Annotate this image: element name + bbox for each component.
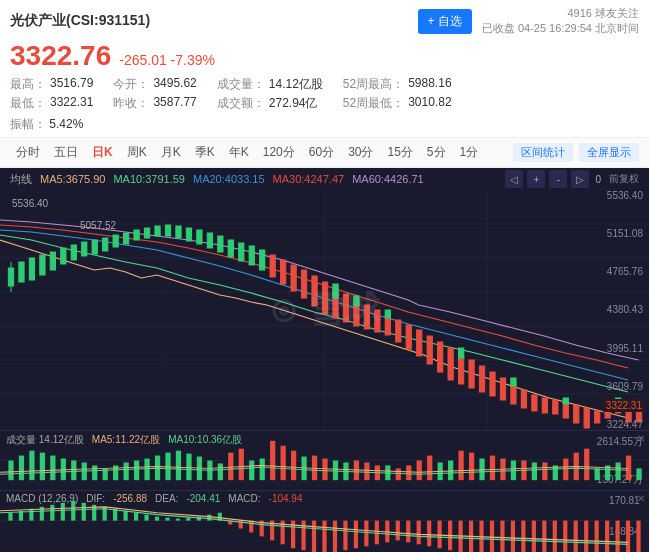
svg-rect-176	[343, 521, 347, 551]
svg-rect-83	[29, 451, 34, 481]
tab-week-k[interactable]: 周K	[121, 142, 153, 163]
tab-120min[interactable]: 120分	[257, 142, 301, 163]
nav-zoom-in-btn[interactable]: +	[527, 170, 545, 188]
svg-rect-140	[584, 449, 589, 480]
week52-high-value: 5988.16	[408, 76, 451, 93]
svg-rect-58	[500, 378, 505, 400]
tab-5min[interactable]: 5分	[421, 142, 452, 163]
tab-30min[interactable]: 30分	[342, 142, 379, 163]
svg-rect-102	[249, 461, 254, 481]
main-price: 3322.76	[10, 40, 111, 72]
market-time: 已收盘 04-25 16:29:54 北京时间	[482, 21, 639, 36]
svg-rect-130	[417, 461, 422, 481]
svg-rect-132	[458, 451, 463, 481]
price-change: -265.01 -7.39%	[119, 52, 215, 68]
tab-15min[interactable]: 15分	[381, 142, 418, 163]
nav-zoom-out-btn[interactable]: -	[549, 170, 567, 188]
svg-rect-12	[19, 262, 24, 282]
svg-rect-75	[458, 348, 463, 358]
ma-label: 均线	[10, 172, 32, 187]
svg-rect-36	[270, 255, 275, 277]
ma60-value: MA60:4426.71	[352, 173, 424, 185]
svg-rect-87	[71, 461, 76, 481]
volume-value: 14.12亿股	[269, 76, 323, 93]
svg-rect-73	[354, 296, 359, 306]
svg-rect-50	[417, 330, 422, 356]
nav-prev-btn[interactable]: ◁	[505, 170, 523, 188]
svg-rect-93	[134, 461, 139, 481]
svg-rect-109	[448, 461, 453, 481]
svg-rect-148	[50, 505, 54, 521]
svg-rect-38	[291, 265, 296, 291]
svg-rect-45	[364, 305, 369, 329]
tab-month-k[interactable]: 月K	[155, 142, 187, 163]
header: 光伏产业(CSI:931151) + 自选 4916 球友关注 已收盘 04-2…	[0, 0, 649, 168]
svg-rect-23	[134, 230, 139, 240]
tab-wu-ri[interactable]: 五日	[48, 142, 84, 163]
svg-rect-204	[636, 521, 640, 552]
watchlist-button[interactable]: + 自选	[418, 9, 472, 34]
svg-rect-151	[82, 503, 86, 521]
svg-rect-89	[92, 465, 97, 480]
svg-rect-174	[322, 521, 326, 552]
followers-count: 4916 球友关注	[482, 6, 639, 21]
svg-rect-77	[563, 398, 568, 404]
svg-rect-82	[19, 456, 24, 481]
svg-rect-24	[144, 228, 149, 238]
svg-rect-101	[218, 463, 223, 480]
svg-rect-199	[584, 521, 588, 552]
amount-label: 成交额：	[217, 95, 265, 112]
svg-rect-18	[82, 242, 87, 256]
svg-rect-14	[40, 255, 45, 275]
tab-60min[interactable]: 60分	[303, 142, 340, 163]
svg-rect-9	[8, 268, 13, 286]
high-label: 最高：	[10, 76, 46, 93]
svg-rect-120	[270, 441, 275, 480]
tab-fen-shi[interactable]: 分时	[10, 142, 46, 163]
svg-rect-161	[186, 518, 190, 521]
svg-rect-184	[427, 521, 431, 547]
prev-close-value: 3587.77	[153, 95, 196, 112]
interval-stats-button[interactable]: 区间统计	[513, 143, 573, 162]
stock-name: 光伏产业(CSI:931151)	[10, 12, 150, 28]
svg-rect-21	[113, 235, 118, 247]
tab-quarter-k[interactable]: 季K	[189, 142, 221, 163]
svg-rect-28	[186, 228, 191, 241]
last-price-label: 3322.31	[606, 400, 642, 411]
svg-rect-193	[521, 521, 525, 552]
tab-1min[interactable]: 1分	[454, 142, 485, 163]
svg-rect-49	[406, 325, 411, 349]
svg-rect-52	[438, 342, 443, 372]
nav-next-btn[interactable]: ▷	[571, 170, 589, 188]
svg-rect-92	[124, 462, 129, 480]
svg-rect-114	[595, 468, 600, 480]
svg-rect-35	[260, 250, 265, 270]
week52-low-label: 52周最低：	[343, 95, 404, 112]
svg-rect-155	[124, 511, 128, 521]
svg-rect-32	[228, 240, 233, 257]
restore-btn[interactable]: 0	[595, 174, 601, 185]
svg-rect-182	[406, 521, 410, 543]
svg-rect-59	[511, 384, 516, 404]
tab-day-k[interactable]: 日K	[86, 142, 119, 163]
svg-rect-138	[563, 459, 568, 481]
svg-rect-121	[281, 446, 286, 480]
svg-rect-126	[364, 462, 369, 480]
amount-value: 272.94亿	[269, 95, 318, 112]
fuquan-label[interactable]: 前复权	[609, 172, 639, 186]
svg-rect-131	[427, 456, 432, 481]
svg-rect-158	[155, 517, 159, 521]
svg-rect-129	[406, 465, 411, 480]
svg-rect-167	[249, 521, 253, 533]
svg-rect-118	[228, 453, 233, 481]
tab-year-k[interactable]: 年K	[223, 142, 255, 163]
ma10-value: MA10:3791.59	[113, 173, 185, 185]
chart-container: 均线 MA5:3675.90 MA10:3791.59 MA20:4033.15…	[0, 168, 649, 552]
svg-rect-76	[511, 378, 516, 386]
svg-rect-57	[490, 372, 495, 396]
svg-rect-144	[8, 513, 12, 521]
svg-rect-191	[500, 521, 504, 552]
svg-rect-51	[427, 336, 432, 364]
svg-rect-194	[532, 521, 536, 552]
fullscreen-button[interactable]: 全屏显示	[579, 143, 639, 162]
